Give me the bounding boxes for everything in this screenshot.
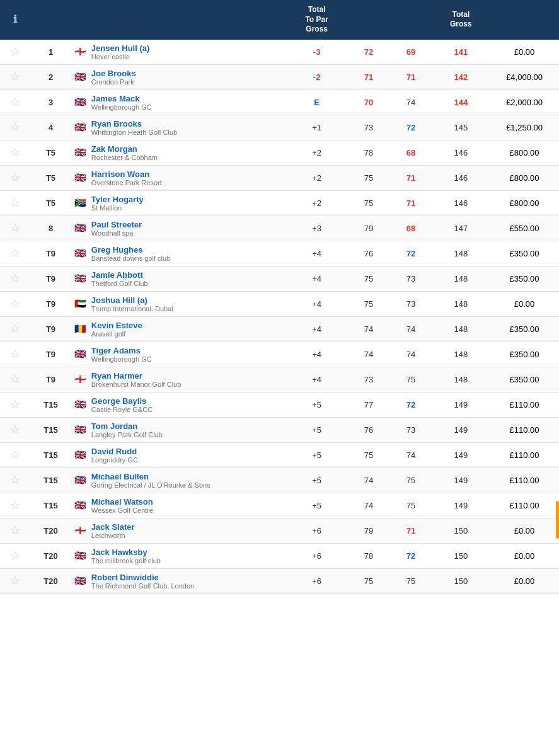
star-icon[interactable]: ☆ xyxy=(10,247,20,260)
table-row: ☆ T15 🇬🇧 David Rudd Longniddry GC +5 75 … xyxy=(0,442,559,467)
star-icon[interactable]: ☆ xyxy=(10,323,20,335)
player-name[interactable]: Ryan Harmer xyxy=(91,371,181,381)
star-icon[interactable]: ☆ xyxy=(10,297,20,310)
r1-score-cell: 75 xyxy=(347,291,389,316)
favorite-cell[interactable]: ☆ xyxy=(0,40,31,65)
r1-header xyxy=(347,0,389,40)
player-cell: 🇬🇧 David Rudd Longniddry GC xyxy=(71,442,286,467)
favorite-cell[interactable]: ☆ xyxy=(0,392,31,417)
player-name[interactable]: Jensen Hull (a) xyxy=(91,43,149,53)
player-name[interactable]: Jamie Abbott xyxy=(91,270,148,280)
player-club: Letchworth xyxy=(91,532,135,539)
player-name[interactable]: Greg Hughes xyxy=(91,245,170,255)
favorite-cell[interactable]: ☆ xyxy=(0,165,31,190)
player-name[interactable]: James Mack xyxy=(91,94,152,103)
star-icon[interactable]: ☆ xyxy=(10,524,20,537)
player-club: Hever castle xyxy=(91,53,149,60)
star-icon[interactable]: ☆ xyxy=(10,171,20,184)
player-name[interactable]: Jack Slater xyxy=(91,522,135,532)
player-flag: 🏴󠁧󠁢󠁥󠁮󠁧󠁿 xyxy=(74,374,86,385)
star-icon[interactable]: ☆ xyxy=(10,449,20,461)
player-name[interactable]: Joe Brooks xyxy=(91,69,136,78)
favorite-cell[interactable]: ☆ xyxy=(0,341,31,367)
favorite-cell[interactable]: ☆ xyxy=(0,518,31,543)
player-name[interactable]: Jack Hawksby xyxy=(91,547,161,557)
player-name[interactable]: George Baylis xyxy=(91,396,153,406)
favorite-cell[interactable]: ☆ xyxy=(0,266,31,291)
star-icon[interactable]: ☆ xyxy=(10,45,20,58)
player-info: Joshua Hill (a) Trump International, Dub… xyxy=(91,295,173,312)
favorite-cell[interactable]: ☆ xyxy=(0,115,31,140)
star-icon[interactable]: ☆ xyxy=(10,348,20,360)
player-name[interactable]: Zak Morgan xyxy=(91,144,158,154)
player-name[interactable]: Paul Streeter xyxy=(91,220,142,229)
position-cell: T15 xyxy=(31,417,71,442)
star-icon[interactable]: ☆ xyxy=(10,575,20,587)
purse-cell: £4,000.00 xyxy=(490,64,559,89)
player-club: Crondon Park xyxy=(91,78,136,86)
favorite-cell[interactable]: ☆ xyxy=(0,467,31,493)
favorite-cell[interactable]: ☆ xyxy=(0,140,31,165)
player-name[interactable]: Robert Dinwiddie xyxy=(91,573,194,582)
player-flag: 🇬🇧 xyxy=(74,500,86,511)
player-flag: 🇬🇧 xyxy=(74,273,86,284)
r2-score-cell: 72 xyxy=(390,543,432,568)
star-icon[interactable]: ☆ xyxy=(10,398,20,411)
star-icon[interactable]: ☆ xyxy=(10,423,20,436)
favorite-cell[interactable]: ☆ xyxy=(0,64,31,89)
favorite-cell[interactable]: ☆ xyxy=(0,367,31,392)
star-icon[interactable]: ☆ xyxy=(10,197,20,209)
favorite-cell[interactable]: ☆ xyxy=(0,543,31,568)
player-name[interactable]: Tyler Hogarty xyxy=(91,195,144,204)
player-cell: 🇬🇧 Joe Brooks Crondon Park xyxy=(71,64,286,89)
star-icon[interactable]: ☆ xyxy=(10,222,20,234)
table-row: ☆ T9 🏴󠁧󠁢󠁥󠁮󠁧󠁿 Ryan Harmer Brokenhurst Man… xyxy=(0,367,559,392)
player-info: James Mack Wellingborough GC xyxy=(91,94,152,111)
total-score-cell: +2 xyxy=(286,140,348,165)
r1-score-cell: 74 xyxy=(347,467,389,493)
favorite-cell[interactable]: ☆ xyxy=(0,291,31,316)
info-icon[interactable]: ℹ xyxy=(13,14,17,25)
star-icon[interactable]: ☆ xyxy=(10,121,20,134)
r2-score-cell: 72 xyxy=(390,241,432,266)
purse-cell: £800.00 xyxy=(490,140,559,165)
favorite-cell[interactable]: ☆ xyxy=(0,89,31,115)
star-icon[interactable]: ☆ xyxy=(10,373,20,386)
table-row: ☆ T15 🇬🇧 Tom Jordan Langley Park Golf Cl… xyxy=(0,417,559,442)
favorite-cell[interactable]: ☆ xyxy=(0,442,31,467)
star-icon[interactable]: ☆ xyxy=(10,71,20,83)
player-name[interactable]: David Rudd xyxy=(91,447,138,456)
favorite-cell[interactable]: ☆ xyxy=(0,568,31,593)
position-cell: T9 xyxy=(31,266,71,291)
player-name[interactable]: Michael Watson xyxy=(91,497,153,507)
gross-score-cell: 146 xyxy=(432,140,490,165)
player-name[interactable]: Tom Jordan xyxy=(91,421,163,431)
favorite-cell[interactable]: ☆ xyxy=(0,316,31,341)
favorite-cell[interactable]: ☆ xyxy=(0,215,31,241)
star-icon[interactable]: ☆ xyxy=(10,96,20,108)
player-name[interactable]: Ryan Brooks xyxy=(91,119,177,129)
player-name[interactable]: Michael Bullen xyxy=(91,472,210,481)
table-row: ☆ T5 🇿🇦 Tyler Hogarty St Mellion +2 75 7… xyxy=(0,190,559,215)
player-name[interactable]: Joshua Hill (a) xyxy=(91,295,173,305)
player-name[interactable]: Harrison Woan xyxy=(91,169,162,179)
player-name[interactable]: Tiger Adams xyxy=(91,346,152,355)
star-icon[interactable]: ☆ xyxy=(10,474,20,486)
player-info: Michael Bullen Goring Electrical / JL O'… xyxy=(91,472,210,489)
favorite-cell[interactable]: ☆ xyxy=(0,493,31,518)
scroll-indicator[interactable] xyxy=(556,501,559,539)
favorite-cell[interactable]: ☆ xyxy=(0,241,31,266)
star-icon[interactable]: ☆ xyxy=(10,549,20,562)
favorite-cell[interactable]: ☆ xyxy=(0,417,31,442)
star-icon[interactable]: ☆ xyxy=(10,146,20,159)
pos-header xyxy=(31,0,71,40)
gross-score-cell: 148 xyxy=(432,291,490,316)
gross-score-cell: 149 xyxy=(432,392,490,417)
favorite-cell[interactable]: ☆ xyxy=(0,190,31,215)
r1-score-cell: 71 xyxy=(347,64,389,89)
gross-score-cell: 146 xyxy=(432,190,490,215)
star-icon[interactable]: ☆ xyxy=(10,499,20,512)
player-name[interactable]: Kevin Esteve xyxy=(91,321,142,330)
star-icon[interactable]: ☆ xyxy=(10,272,20,285)
table-row: ☆ T9 🇷🇴 Kevin Esteve Aravell golf +4 74 … xyxy=(0,316,559,341)
